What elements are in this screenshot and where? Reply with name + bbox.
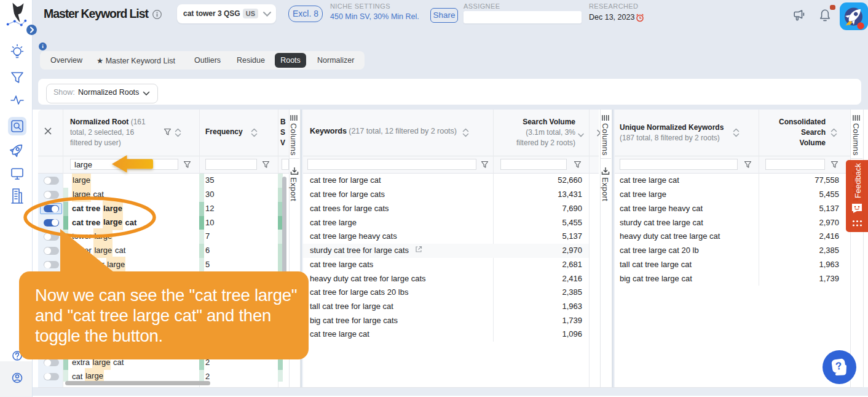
svg-text:Feedback: Feedback [853,162,862,198]
